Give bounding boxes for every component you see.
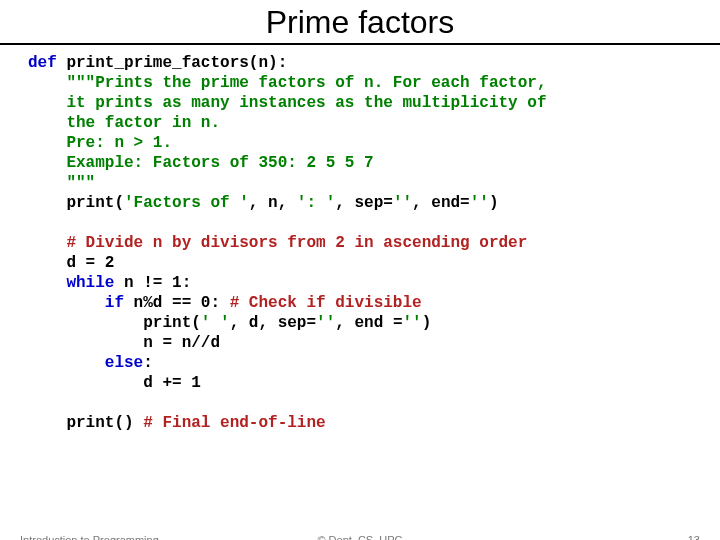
code-text: print( bbox=[28, 194, 124, 212]
docstring: the factor in n. bbox=[28, 114, 220, 132]
string-literal: ' ' bbox=[201, 314, 230, 332]
footer-page-number: 13 bbox=[688, 534, 700, 540]
docstring: Example: Factors of 350: 2 5 5 7 bbox=[28, 154, 374, 172]
code-text: : bbox=[143, 354, 153, 372]
code-text: , end= bbox=[412, 194, 470, 212]
kw-def: def bbox=[28, 54, 57, 72]
comment: # Final end-of-line bbox=[143, 414, 325, 432]
code-text: n != 1: bbox=[114, 274, 191, 292]
code-text bbox=[28, 354, 105, 372]
string-literal: 'Factors of ' bbox=[124, 194, 249, 212]
code-text bbox=[28, 294, 105, 312]
code-text: d = 2 bbox=[28, 254, 114, 272]
code-text: print( bbox=[28, 314, 201, 332]
string-literal: '' bbox=[402, 314, 421, 332]
string-literal: '' bbox=[470, 194, 489, 212]
docstring: """Prints the prime factors of n. For ea… bbox=[66, 74, 546, 92]
string-literal: '' bbox=[393, 194, 412, 212]
code-text: d += 1 bbox=[28, 374, 201, 392]
code-block: def print_prime_factors(n): """Prints th… bbox=[0, 53, 720, 433]
code-text: print() bbox=[28, 414, 143, 432]
slide-title: Prime factors bbox=[0, 4, 720, 43]
comment: # Divide n by divisors from 2 in ascendi… bbox=[66, 234, 527, 252]
docstring: it prints as many instances as the multi… bbox=[28, 94, 546, 112]
code-text bbox=[28, 74, 66, 92]
title-divider bbox=[0, 43, 720, 45]
code-text bbox=[28, 234, 66, 252]
comment: # Check if divisible bbox=[230, 294, 422, 312]
kw-if: if bbox=[105, 294, 124, 312]
kw-while: while bbox=[66, 274, 114, 292]
docstring: """ bbox=[28, 174, 95, 192]
code-text: n%d == 0: bbox=[124, 294, 230, 312]
kw-else: else bbox=[105, 354, 143, 372]
code-text: n = n//d bbox=[28, 334, 220, 352]
code-text bbox=[28, 274, 66, 292]
code-text: , end = bbox=[335, 314, 402, 332]
string-literal: ': ' bbox=[297, 194, 335, 212]
string-literal: '' bbox=[316, 314, 335, 332]
code-text: , n, bbox=[249, 194, 297, 212]
footer-center: © Dept. CS, UPC bbox=[0, 534, 720, 540]
code-text: , d, sep= bbox=[230, 314, 316, 332]
code-text: , sep= bbox=[335, 194, 393, 212]
code-text: ) bbox=[489, 194, 499, 212]
code-text: ) bbox=[422, 314, 432, 332]
code-text: print_prime_factors(n): bbox=[57, 54, 287, 72]
docstring: Pre: n > 1. bbox=[28, 134, 172, 152]
